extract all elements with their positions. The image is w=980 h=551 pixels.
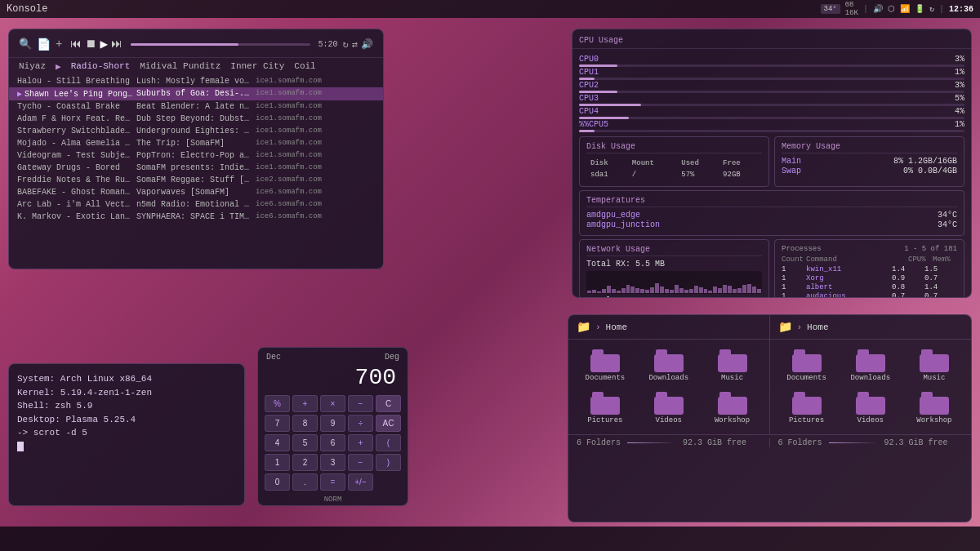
player-tags: Niyaz ▶ Radio-Short Midival Punditz Inne… — [9, 58, 383, 75]
fm-right-path[interactable]: Home — [807, 322, 828, 332]
tag-inner-city[interactable]: Inner City — [230, 61, 284, 72]
net-bar — [645, 290, 649, 293]
calc-btn-7[interactable]: 7 — [265, 415, 290, 432]
track-row[interactable]: Gateway Drugs - Bored SomaFM presents: I… — [9, 162, 383, 174]
tag-radio-short[interactable]: Radio-Short — [71, 61, 131, 72]
tag-niyaz[interactable]: Niyaz — [19, 61, 46, 72]
calc-mode2[interactable]: Deg — [385, 353, 399, 362]
track-row[interactable]: Adam F & Horx Feat. Redman - Shut Th... … — [9, 113, 383, 125]
calc-btn-3[interactable]: 3 — [320, 454, 345, 471]
fm-item[interactable]: Videos — [639, 389, 699, 428]
fm-item[interactable]: Workshop — [702, 389, 763, 428]
fm-footer-right: 6 Folders 92.3 GiB free — [770, 438, 964, 447]
next-track-button[interactable]: ⏭ — [111, 38, 122, 51]
calc-btn-div[interactable]: ÷ — [348, 415, 373, 432]
calc-grid: % + × − C 7 8 9 ÷ AC 4 5 6 + ( 1 2 3 − )… — [263, 393, 403, 492]
fm-item[interactable]: Pictures — [777, 389, 837, 428]
calc-btn-min[interactable]: − — [348, 395, 373, 412]
volume-icon[interactable]: 🔊 — [873, 4, 883, 14]
volume-icon-player[interactable]: 🔊 — [361, 38, 373, 51]
fm-right-folders: 6 Folders — [778, 438, 822, 447]
calc-btn-plusminus[interactable]: +/− — [348, 473, 373, 491]
folder-open-icon[interactable]: + — [56, 38, 62, 51]
disk-col-disk: Disk — [588, 158, 628, 168]
add-icon[interactable]: 📄 — [37, 38, 51, 51]
fm-folder-icon — [792, 392, 822, 415]
calc-btn-dot[interactable]: . — [292, 473, 318, 491]
bluetooth-icon[interactable]: ⬡ — [888, 4, 895, 14]
calc-btn-8[interactable]: 8 — [292, 415, 318, 432]
calc-btn-rparen[interactable]: ) — [376, 454, 401, 471]
disk-title: Disk Usage — [586, 142, 762, 153]
net-bar — [733, 289, 737, 293]
calc-btn-1[interactable]: 1 — [265, 454, 290, 471]
net-bar — [630, 287, 635, 293]
fm-item[interactable]: Documents — [575, 346, 635, 385]
refresh-icon[interactable]: ↻ — [929, 4, 934, 14]
track-row[interactable]: Tycho - Coastal Brake Beat Blender: A la… — [9, 100, 383, 113]
track-row[interactable]: Mojado - Alma Gemelia (Original Mix) The… — [9, 137, 383, 149]
cpu-row: CPU03% — [579, 55, 964, 64]
proc-row: 1 albert 0.8 1.4 — [782, 283, 957, 291]
track-row[interactable]: Halou - Still Breathing Lush: Mostly fem… — [9, 75, 383, 87]
proc-col-cmd: Command — [806, 256, 908, 264]
calc-header: Dec Deg — [263, 353, 403, 362]
fm-item[interactable]: Workshop — [904, 389, 964, 428]
track-row[interactable]: Videogram - Test Subject 011 PopTron: El… — [9, 149, 383, 162]
fm-item[interactable]: Downloads — [840, 346, 901, 385]
calc-btn-4[interactable]: 4 — [265, 434, 290, 451]
calc-mode1[interactable]: Dec — [266, 353, 281, 362]
cpu-bar — [579, 130, 964, 132]
calc-btn-2[interactable]: 2 — [292, 454, 318, 471]
fm-item[interactable]: Videos — [840, 389, 901, 428]
calc-btn-min2[interactable]: − — [348, 454, 373, 471]
search-icon[interactable]: 🔍 — [19, 38, 32, 51]
net-bar — [670, 290, 674, 293]
cpu-bar — [579, 91, 964, 93]
net-bar — [742, 285, 746, 293]
net-bar — [713, 287, 717, 293]
calc-btn-eq[interactable]: = — [320, 473, 345, 491]
track-row[interactable]: Strawberry Switchblade - Since Yester...… — [9, 125, 383, 137]
repeat-icon[interactable]: ↻ — [343, 38, 349, 51]
tag-midival[interactable]: Midival Punditz — [140, 61, 220, 72]
net-bar — [640, 289, 644, 293]
fm-item[interactable]: Music — [702, 346, 763, 385]
calc-btn-plus2[interactable]: + — [348, 434, 373, 451]
calc-btn-0[interactable]: 0 — [265, 473, 290, 491]
fm-item[interactable]: Downloads — [639, 346, 699, 385]
calc-btn-pct[interactable]: % — [265, 395, 290, 412]
calc-btn-lparen[interactable]: ( — [376, 434, 401, 451]
net-bar — [675, 285, 679, 293]
calc-btn-mul[interactable]: × — [320, 395, 345, 412]
progress-bar[interactable] — [131, 43, 310, 46]
calc-btn-plus[interactable]: + — [292, 395, 318, 412]
network-icon[interactable]: 📶 — [900, 4, 910, 14]
track-row[interactable]: ▶Shawn Lee's Ping Pong Orchest... Suburb… — [9, 87, 383, 100]
fm-left-path[interactable]: Home — [606, 322, 627, 332]
fm-left-free: 92.3 GiB free — [683, 438, 746, 447]
cpu-bar — [579, 104, 964, 106]
stop-button[interactable]: ⏹ — [85, 38, 96, 51]
tag-coil[interactable]: Coil — [294, 61, 315, 72]
fm-item[interactable]: Music — [904, 346, 964, 385]
fm-item[interactable]: Pictures — [575, 389, 635, 428]
calc-btn-6[interactable]: 6 — [320, 434, 345, 451]
calc-btn-c[interactable]: C — [376, 395, 401, 412]
track-row[interactable]: Arc Lab - i'm All Vectors n5md Radio: Em… — [9, 198, 383, 211]
fm-item[interactable]: Documents — [777, 346, 837, 385]
fm-item-name: Videos — [858, 416, 884, 424]
calc-btn-5[interactable]: 5 — [292, 434, 318, 451]
shuffle-icon[interactable]: ⇄ — [352, 38, 358, 51]
track-row[interactable]: BABEFAKE - Ghost Romance Vaporwaves [Som… — [9, 186, 383, 198]
prev-track-button[interactable]: ⏮ — [70, 38, 82, 51]
calc-btn-9[interactable]: 9 — [320, 415, 345, 432]
track-row[interactable]: Freddie Notes & The Rudies - Devil's L..… — [9, 174, 383, 186]
battery-icon[interactable]: 🔋 — [915, 4, 924, 14]
track-row[interactable]: K. Markov - Exotic Landscape SYNPHAERA: … — [9, 211, 383, 223]
network-rx-graph — [586, 271, 762, 294]
fm-right-folder-icon: 📁 — [778, 320, 792, 334]
file-manager: 📁 › Home 📁 › Home Documents Downloads — [568, 314, 972, 522]
calc-btn-ac[interactable]: AC — [376, 415, 401, 432]
play-button[interactable]: ▶ — [100, 36, 108, 52]
